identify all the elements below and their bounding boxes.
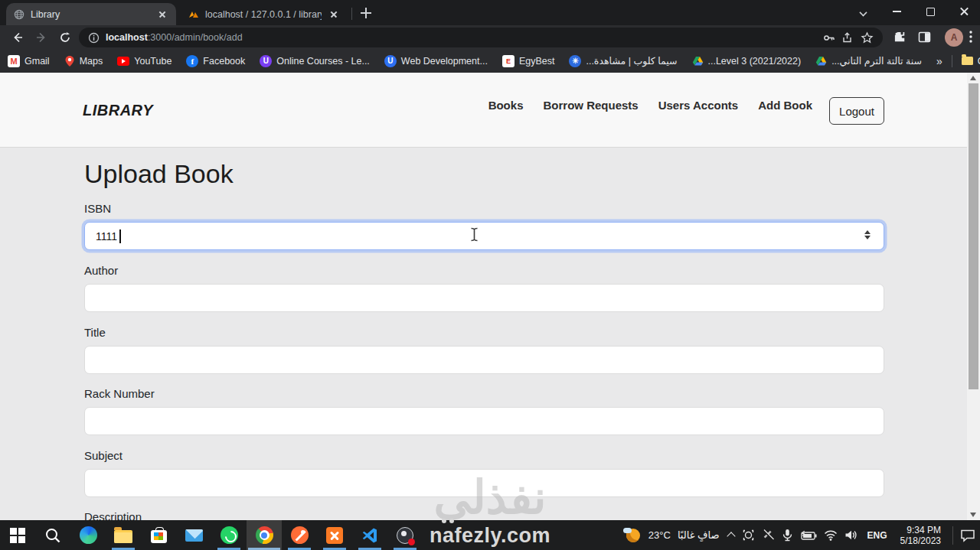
profile-avatar[interactable]: A [945, 28, 963, 47]
taskbar-file-explorer[interactable] [106, 520, 141, 550]
bookmark-gmail[interactable]: M Gmail [8, 55, 50, 67]
nav-link-users-accounts[interactable]: Users Acconts [658, 99, 739, 112]
weather-desc[interactable]: صافٍ غالبًا [678, 529, 720, 541]
window-close-button[interactable] [947, 0, 980, 23]
bookmark-cinema-club[interactable]: ✳ سيما كلوب | مشاهدة... [569, 55, 677, 67]
description-label: Description [84, 510, 142, 520]
window-maximize-button[interactable] [913, 0, 947, 23]
udemy-icon: U [384, 55, 397, 67]
weather-icon[interactable] [623, 526, 642, 545]
password-key-icon[interactable] [822, 31, 835, 44]
taskbar-vscode[interactable] [352, 520, 387, 550]
bookmark-label: سيما كلوب | مشاهدة... [586, 55, 677, 67]
bookmark-level3-drive[interactable]: ...Level 3 (2021/2022) [692, 56, 802, 67]
forward-button[interactable] [31, 28, 51, 47]
bookmark-youtube[interactable]: YouTube [117, 56, 172, 67]
tray-pen-off-icon[interactable] [762, 529, 775, 542]
tab-close-icon[interactable] [156, 8, 168, 21]
tray-expand-chevron-icon[interactable] [727, 531, 735, 539]
site-navbar: LIBRARY Books Borrow Requests Users Acco… [0, 73, 980, 148]
taskbar-mail[interactable] [176, 520, 211, 550]
bookmark-maps[interactable]: Maps [64, 55, 103, 67]
bookmark-facebook[interactable]: f Facebook [186, 55, 245, 67]
facebook-icon: f [186, 55, 198, 67]
browser-menu-icon[interactable] [969, 30, 973, 44]
taskbar-postman[interactable] [282, 520, 317, 550]
isbn-input[interactable] [84, 222, 884, 250]
start-button[interactable] [0, 520, 35, 550]
bookmark-label: Online Courses - Le... [276, 56, 370, 67]
tab-phpmyadmin[interactable]: localhost / 127.0.0.1 / library-db [181, 3, 348, 25]
folder-icon [962, 57, 973, 65]
share-icon[interactable] [841, 31, 854, 44]
bookmark-label: ...Level 3 (2021/2022) [708, 56, 802, 67]
tab-title: Library [31, 9, 150, 20]
taskbar-edge[interactable] [70, 520, 106, 550]
language-indicator[interactable]: ENG [864, 530, 890, 541]
edge-icon [80, 526, 97, 544]
bookmark-online-courses[interactable]: U Online Courses - Le... [260, 55, 370, 67]
system-tray: 23°C صافٍ غالبًا ENG 9:34 PM 5/18/2023 [623, 520, 980, 550]
obs-icon [397, 527, 413, 544]
google-drive-icon [692, 56, 704, 66]
tray-mic-icon[interactable] [782, 529, 793, 542]
weather-temp[interactable]: 23°C [648, 529, 671, 541]
number-spinner[interactable] [864, 230, 871, 239]
tab-close-icon[interactable] [328, 8, 340, 21]
side-panel-icon[interactable] [918, 31, 931, 44]
page-title: Upload Book [84, 159, 234, 189]
other-bookmarks[interactable]: Other bookmarks [962, 56, 980, 67]
taskbar-xampp[interactable] [317, 520, 352, 550]
bookmark-star-icon[interactable] [861, 31, 874, 44]
tab-search-chevron-icon[interactable] [859, 8, 868, 15]
title-input[interactable] [84, 346, 884, 374]
window-minimize-button[interactable] [880, 0, 913, 23]
author-input[interactable] [84, 284, 884, 312]
tray-battery-icon[interactable] [800, 530, 817, 541]
bookmark-label: سنة تالتة الترم التاني... [831, 55, 922, 67]
taskbar-store[interactable] [141, 520, 176, 550]
bookmark-label: Maps [80, 56, 103, 67]
tray-record-icon[interactable] [742, 529, 755, 542]
taskbar-search-button[interactable] [35, 520, 70, 550]
scrollbar-down-arrow[interactable] [970, 513, 976, 517]
nav-link-borrow-requests[interactable]: Borrow Requests [543, 99, 638, 112]
tab-title: localhost / 127.0.0.1 / library-db [205, 9, 322, 20]
taskbar-obs[interactable] [387, 520, 423, 550]
file-explorer-icon [114, 530, 132, 543]
extensions-puzzle-icon[interactable] [893, 31, 906, 44]
tray-volume-icon[interactable] [844, 529, 858, 541]
bookmark-third-year-drive[interactable]: سنة تالتة الترم التاني... [815, 55, 922, 67]
taskbar-watermark: nafezly.com [430, 524, 550, 548]
action-center-icon[interactable] [960, 529, 975, 542]
reload-button[interactable] [55, 28, 75, 47]
scrollbar-thumb[interactable] [969, 83, 978, 389]
site-info-icon[interactable] [88, 32, 100, 44]
taskbar-whatsapp[interactable] [211, 520, 247, 550]
site-brand[interactable]: LIBRARY [83, 102, 153, 119]
bookmarks-overflow-icon[interactable]: » [936, 55, 942, 67]
rack-number-input[interactable] [84, 407, 884, 435]
film-reel-icon: ✳ [569, 55, 581, 67]
scrollbar-up-arrow[interactable] [970, 76, 976, 80]
maps-pin-icon [64, 55, 75, 67]
tab-library[interactable]: Library [6, 3, 176, 25]
clock-date: 5/18/2023 [900, 535, 941, 546]
chrome-icon [256, 526, 273, 544]
taskbar-clock[interactable]: 9:34 PM 5/18/2023 [897, 525, 944, 546]
bookmark-egybest[interactable]: E EgyBest [502, 55, 555, 67]
logout-button[interactable]: Logout [829, 97, 884, 125]
bookmark-web-development[interactable]: U Web Development... [384, 55, 488, 67]
tray-wifi-icon[interactable] [824, 530, 838, 541]
address-bar[interactable]: localhost:3000/admin/book/add [79, 28, 883, 47]
udacity-icon: U [260, 55, 272, 67]
gmail-icon: M [8, 55, 20, 67]
new-tab-button[interactable] [358, 5, 374, 21]
page-scrollbar[interactable] [967, 73, 980, 520]
back-button[interactable] [8, 28, 28, 47]
taskbar-chrome[interactable] [247, 520, 282, 550]
show-desktop-divider[interactable] [952, 526, 953, 545]
nav-link-add-book[interactable]: Add Book [758, 99, 812, 112]
nav-link-books[interactable]: Books [488, 99, 524, 112]
browser-tab-strip: Library localhost / 127.0.0.1 / library-… [0, 0, 980, 25]
